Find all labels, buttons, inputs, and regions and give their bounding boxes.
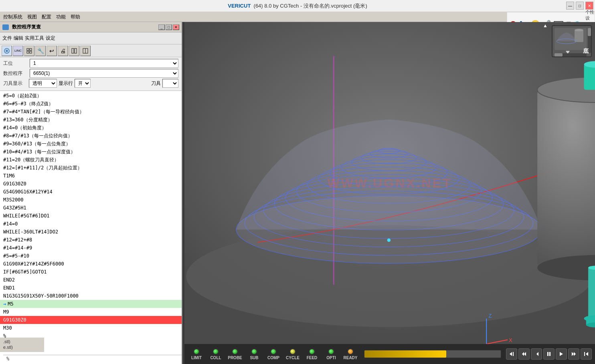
panel-minimize[interactable]: _ <box>158 24 165 30</box>
code-line[interactable]: #8=#7/#13（每一点位径向值） <box>0 132 182 140</box>
svg-marker-56 <box>510 352 512 356</box>
label-feed: FEED <box>307 356 318 360</box>
svg-rect-4 <box>27 51 29 53</box>
code-line[interactable]: #9=360/#13（每一点位角度） <box>0 140 182 148</box>
label-comp: COMP <box>267 356 279 360</box>
code-line[interactable]: G91G30Z0 <box>0 180 182 188</box>
label-cycle: CYCLE <box>286 356 300 360</box>
win-minimize[interactable]: — <box>566 2 574 10</box>
tool-label: 刀具 <box>151 80 161 87</box>
playback-pause[interactable] <box>543 348 555 360</box>
tb-extra[interactable] <box>80 46 91 56</box>
code-line[interactable]: #12=[#1+#11]/2（刀具起始位置） <box>0 164 182 172</box>
3d-viewport[interactable]: Z X WWW.UGNX.NET 底 ▲ <box>184 22 595 344</box>
svg-point-40 <box>387 239 391 242</box>
code-list[interactable]: #5=0（起始Z值）#6=#5-#3（终点Z值）#7=#4*TAN[#2]（每一… <box>0 91 182 364</box>
status-comp: COMP <box>265 348 282 360</box>
svg-rect-62 <box>549 352 550 356</box>
code-line[interactable]: G54G90G16X#12Y#14 <box>0 188 182 196</box>
svg-rect-5 <box>30 51 32 53</box>
code-line[interactable]: #6=#5-#3（终点Z值） <box>0 100 182 108</box>
code-line[interactable]: T1M6 <box>0 172 182 180</box>
playback-play[interactable] <box>556 348 567 360</box>
code-line[interactable]: #5=#5-#10 <box>0 252 182 260</box>
svg-rect-57 <box>513 352 514 356</box>
nc-program-label: 数控程序 <box>3 70 27 77</box>
code-line[interactable]: IF[#6GT#5]GOTO1 <box>0 268 182 276</box>
code-line[interactable]: #5=0（起始Z值） <box>0 92 182 100</box>
win-restore[interactable]: □ <box>576 2 584 10</box>
svg-rect-33 <box>584 64 595 90</box>
main-toolbar: 控制系统 视图 配置 功能 帮助 ？▾ <box>0 12 595 22</box>
code-line[interactable]: WHILE[-360LT#14]DO2 <box>0 228 182 236</box>
status-ready: READY <box>342 348 359 360</box>
code-line[interactable]: M3S2000 <box>0 196 182 204</box>
code-line[interactable]: M30 <box>0 324 182 332</box>
code-line[interactable]: #10=#4/#13（每一点位深度值） <box>0 148 182 156</box>
led-ready <box>347 348 354 355</box>
code-line[interactable]: END2 <box>0 276 182 284</box>
code-line[interactable]: #7=#4*TAN[#2]（每一导程径向值） <box>0 108 182 116</box>
menu-utils[interactable]: 实用工具 <box>25 35 44 42</box>
label-coll: COLL <box>210 356 221 360</box>
panel-menu-toolbar: 文件 编辑 实用工具 设定 <box>0 32 182 44</box>
tb-open[interactable] <box>2 46 12 56</box>
win-close[interactable]: ✕ <box>585 2 593 10</box>
code-line[interactable]: #12=#12+#8 <box>0 236 182 244</box>
code-line[interactable]: G43Z#5H1 <box>0 204 182 212</box>
menu-config[interactable]: 配置 <box>42 14 51 20</box>
svg-rect-29 <box>537 90 595 267</box>
code-line[interactable]: #13=360（分度精度） <box>0 116 182 124</box>
led-feed <box>309 348 315 355</box>
playback-controls <box>506 348 592 360</box>
playback-to-start[interactable] <box>506 348 517 360</box>
job-position-select[interactable]: 1 <box>30 59 178 68</box>
nc-program-select[interactable]: 6650(1) <box>30 69 178 78</box>
menu-file[interactable]: 文件 <box>2 35 12 42</box>
code-line[interactable]: M9 <box>0 308 182 316</box>
menu-view[interactable]: 视图 <box>27 14 37 20</box>
minimap[interactable]: 底 <box>552 25 592 57</box>
code-line[interactable]: WHILE[#5GT#6]DO1 <box>0 212 182 220</box>
code-line[interactable]: G1G90X#12Y#14Z#5F6000 <box>0 260 182 268</box>
code-line[interactable]: G91G30Z0 <box>0 316 182 324</box>
menu-settings[interactable]: 设定 <box>46 35 55 42</box>
svg-marker-64 <box>572 352 574 356</box>
tb-linc[interactable]: LINC <box>13 46 23 56</box>
code-line[interactable]: #14=#14-#9 <box>0 244 182 252</box>
playback-rewind[interactable] <box>531 348 542 360</box>
playback-rewind-fast[interactable] <box>518 348 530 360</box>
tool-select[interactable] <box>162 79 178 88</box>
svg-rect-67 <box>584 352 585 356</box>
menu-function[interactable]: 功能 <box>56 14 66 20</box>
panel-maximize[interactable]: □ <box>166 24 172 30</box>
tb-tool[interactable]: 🔧 <box>35 46 46 56</box>
svg-marker-66 <box>586 352 588 356</box>
code-line[interactable]: #14=0 <box>0 220 182 228</box>
code-line[interactable]: #14=0（初始角度） <box>0 124 182 132</box>
tb-split[interactable] <box>69 46 79 56</box>
job-position-label: 工位 <box>3 60 27 67</box>
code-line[interactable]: N1G3G15G91X50Y-50R100F1000 <box>0 292 182 300</box>
menu-edit[interactable]: 编辑 <box>14 35 23 42</box>
code-line[interactable]: →M5 <box>0 300 182 308</box>
show-line-select[interactable]: 开 <box>75 79 91 88</box>
app-title: VERICUT (64) 8.0 by CGTech - 没有命名的.vcpro… <box>228 2 367 10</box>
tb-grid[interactable] <box>24 46 34 56</box>
playback-forward-fast[interactable] <box>568 348 579 360</box>
status-feed: FEED <box>303 348 321 360</box>
code-line[interactable]: END1 <box>0 284 182 292</box>
tool-display-select[interactable]: 透明 <box>29 79 57 88</box>
viewport-up-arrow[interactable]: ▲ <box>543 23 548 28</box>
menu-help[interactable]: 帮助 <box>71 14 80 20</box>
svg-text:Z: Z <box>488 313 492 319</box>
menu-control-system[interactable]: 控制系统 <box>3 14 22 20</box>
code-line[interactable]: #11=20（螺纹刀具直径） <box>0 156 182 164</box>
svg-marker-58 <box>524 352 526 356</box>
tb-undo[interactable]: ↩ <box>47 46 57 56</box>
playback-to-end[interactable] <box>581 348 592 360</box>
tb-print[interactable]: 🖨 <box>58 46 68 56</box>
app-title-brand: VERICUT <box>228 3 251 9</box>
panel-close[interactable]: ✕ <box>173 24 179 30</box>
scene-3d: Z X <box>184 22 595 344</box>
